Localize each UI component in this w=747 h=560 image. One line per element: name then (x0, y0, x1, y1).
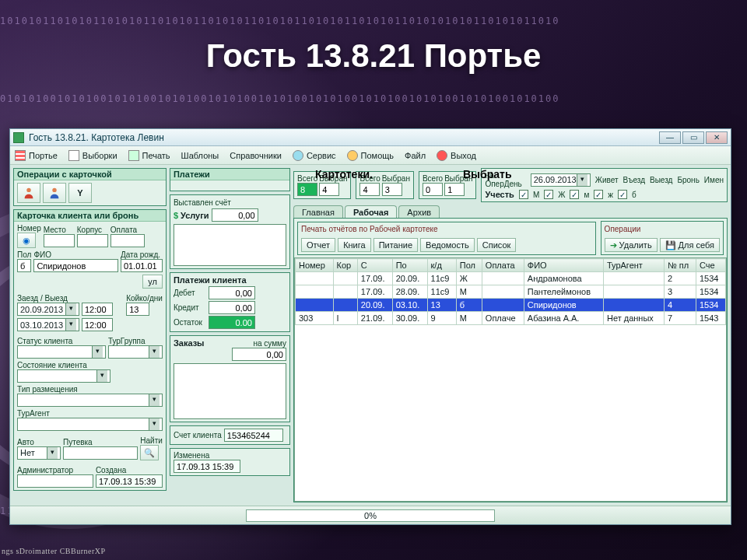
menu-porte[interactable]: Портье (15, 150, 58, 161)
decor-binary: 0101010010101001010100101010010101001010… (0, 93, 747, 115)
table-row[interactable]: 17.09.20.09.11с9ЖАндрамонова21534 (296, 272, 726, 285)
sel-2 (382, 183, 402, 196)
minimize-button[interactable]: — (659, 131, 681, 144)
decor-binary: 1010101101010110101011010101101010110101… (0, 16, 747, 37)
fio-field[interactable] (33, 259, 118, 272)
table-row[interactable]: 20.09.03.10.13бСпиридонов41534 (296, 299, 726, 312)
created-field (96, 474, 163, 488)
checkout-time[interactable] (82, 318, 113, 331)
orders-sum[interactable] (232, 348, 286, 361)
turgroup-select[interactable]: ▾ (108, 345, 163, 359)
guests-grid[interactable]: Номер Кор С По к/д Пол Оплата ФИО ТурАге… (294, 257, 727, 502)
book-button[interactable]: Книга (338, 238, 371, 252)
checkin-date[interactable]: 20.09.2013▾ (17, 303, 79, 316)
chevron-down-icon: ▾ (577, 174, 587, 186)
window-title: Гость 13.8.21. Картотека Левин (29, 132, 164, 143)
chk-M[interactable]: ✓ (519, 190, 528, 199)
report-button[interactable]: Отчет (301, 238, 335, 252)
chevron-down-icon: ▾ (149, 418, 160, 430)
menu-help[interactable]: Помощь (347, 150, 395, 161)
services-amount[interactable] (212, 208, 258, 222)
auto-select[interactable]: Нет▾ (17, 446, 61, 460)
orders-group: Заказына сумму (170, 335, 290, 422)
menu-exit[interactable]: Выход (437, 150, 476, 161)
menu-service[interactable]: Сервис (293, 150, 336, 161)
debet-field[interactable] (209, 286, 255, 299)
checkin-time[interactable] (82, 303, 113, 316)
bill-textarea[interactable] (174, 224, 286, 266)
placement-select[interactable]: ▾ (17, 394, 163, 407)
table-row[interactable]: 17.09.28.09.11с9МПантелеймонов31534 (296, 285, 726, 299)
find-button[interactable]: 🔍 (140, 445, 159, 460)
svg-point-0 (26, 188, 30, 192)
dob-field[interactable] (121, 259, 163, 272)
account-field (224, 429, 283, 442)
close-button[interactable]: ✕ (706, 131, 728, 144)
chk-J[interactable]: ✓ (544, 190, 553, 199)
state-select[interactable]: ▾ (17, 369, 110, 383)
changed-group: Изменена (170, 448, 290, 476)
app-icon (13, 132, 24, 143)
floppy-icon: 💾 (665, 240, 676, 250)
app-window: Гость 13.8.21. Картотека Левин — ▭ ✕ Пор… (9, 128, 731, 525)
printer-icon (128, 150, 139, 161)
status-select[interactable]: ▾ (17, 345, 106, 359)
save-button[interactable]: 💾Для себя (660, 238, 720, 252)
menu-file[interactable]: Файл (405, 151, 426, 160)
menu-templates[interactable]: Шаблоны (181, 151, 219, 160)
list-icon (68, 150, 79, 161)
oplata-field[interactable] (110, 234, 145, 247)
payments-caption-group: Платежи (170, 168, 290, 191)
tab-work[interactable]: Рабочая (345, 205, 397, 219)
chevron-down-icon: ▾ (47, 447, 58, 459)
agent-select[interactable]: ▾ (17, 418, 163, 431)
grid-icon (15, 150, 26, 161)
chk-m2[interactable]: ✓ (570, 190, 579, 199)
sel-3 (444, 183, 465, 196)
chevron-down-icon: ▾ (92, 346, 103, 358)
orders-textarea[interactable] (174, 363, 286, 419)
arrow-right-icon: ➔ (610, 240, 617, 250)
person-icon (47, 186, 61, 200)
menubar: Портье Выборки Печать Шаблоны Справочник… (10, 146, 731, 165)
tab-main[interactable]: Главная (293, 205, 343, 219)
nights-field[interactable] (126, 303, 149, 316)
progress-bar: 0% (246, 509, 495, 522)
list-button[interactable]: Список (477, 238, 517, 252)
voucher-field[interactable] (63, 446, 138, 460)
checkout-date[interactable]: 03.10.2013▾ (17, 318, 79, 331)
number-lookup-button[interactable]: ◉ (17, 233, 36, 248)
menu-selection[interactable]: Выборки (68, 150, 117, 161)
y-button[interactable]: Y (68, 183, 92, 203)
account-group: Счет клиента (170, 425, 290, 445)
sel-1 (319, 183, 339, 196)
exit-icon (437, 150, 447, 161)
overlay-kartoteki: Картотеки. (315, 168, 373, 180)
kredit-field[interactable] (209, 301, 255, 314)
karto-tabs: Главная Рабочая Архив (293, 205, 728, 219)
operday-date[interactable]: 26.09.2013▾ (531, 173, 591, 187)
maximize-button[interactable]: ▭ (682, 131, 704, 144)
meal-button[interactable]: Питание (374, 238, 418, 252)
titlebar[interactable]: Гость 13.8.21. Картотека Левин — ▭ ✕ (10, 129, 731, 146)
admin-field[interactable] (17, 474, 93, 488)
mesto-field[interactable] (44, 234, 75, 247)
menu-print[interactable]: Печать (128, 150, 170, 161)
person-icon (22, 186, 36, 200)
tab-archive[interactable]: Архив (398, 205, 440, 219)
korpus-field[interactable] (77, 234, 108, 247)
table-row[interactable]: 303I21.09.30.09.9МОплачеАбазина А.А.Нет … (296, 312, 726, 325)
chk-j2[interactable]: ✓ (594, 190, 603, 199)
chevron-down-icon: ▾ (96, 370, 107, 382)
ul-button[interactable]: ул (142, 275, 163, 289)
delete-button[interactable]: ➔Удалить (605, 238, 658, 252)
chk-b[interactable]: ✓ (618, 190, 627, 199)
person-red-button[interactable] (17, 183, 40, 203)
sheet-button[interactable]: Ведомость (420, 238, 475, 252)
person-blue-button[interactable] (43, 183, 66, 203)
client-card-group: Карточка клиента или бронь Номер◉ Место … (13, 209, 167, 491)
pol-field[interactable] (17, 259, 31, 272)
menu-directories[interactable]: Справочники (230, 151, 282, 160)
overlay-choose: Выбрать (463, 168, 512, 180)
chevron-down-icon: ▾ (149, 346, 160, 358)
